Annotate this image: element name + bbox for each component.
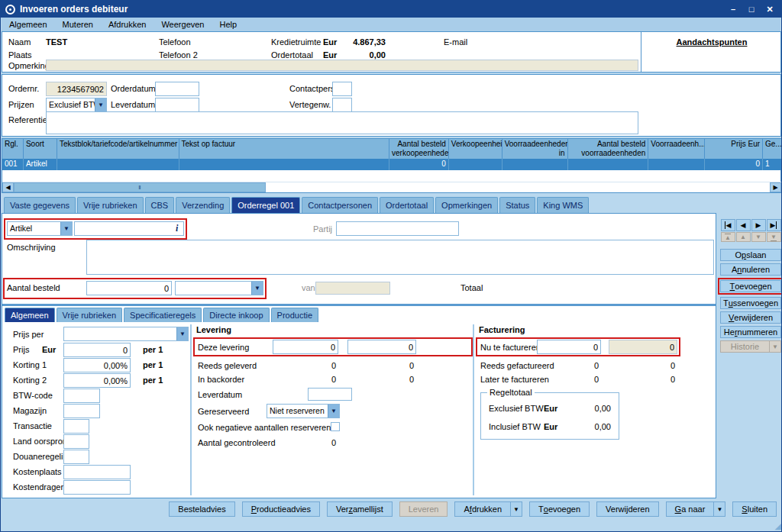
aandachtspunten-link[interactable]: Aandachtspunten (641, 37, 782, 47)
productieadvies-button[interactable]: Productieadvies (242, 501, 320, 517)
menu-weergeven[interactable]: Weergeven (153, 18, 212, 31)
afdrukken-button[interactable]: Afdrukken (454, 501, 511, 517)
nav-last-icon: ▶ (771, 221, 777, 229)
menu-afdrukken[interactable]: Afdrukken (101, 18, 154, 31)
korting1-input[interactable] (63, 358, 131, 372)
omschrijving-field[interactable] (86, 240, 714, 275)
minimize-icon[interactable]: – (726, 5, 740, 14)
tab-status[interactable]: Status (499, 197, 535, 213)
land-oorsprong-input[interactable] (63, 434, 89, 449)
leverdatum-label: Leverdatum (111, 100, 155, 110)
contactpers-field[interactable] (332, 82, 352, 96)
reeds-gefactureerd-value-1: 0 (537, 361, 599, 371)
kostenplaats-input[interactable] (63, 465, 131, 479)
menu-muteren[interactable]: Muteren (55, 18, 101, 31)
transactie-input[interactable] (63, 419, 89, 434)
prijs-per-select[interactable]: ▼ (63, 327, 189, 341)
subtab-vrije-rubrieken[interactable]: Vrije rubrieken (57, 308, 123, 322)
tab-orderregel-001[interactable]: Orderregel 001 (231, 197, 300, 213)
nu-te-factureren-input-1[interactable] (537, 340, 601, 354)
grid-hscrollbar[interactable]: ◀ ‖ ▶ (2, 182, 781, 192)
opslaan-button[interactable]: Opslaan (720, 249, 781, 261)
prijs-per-label: Prijs per (13, 330, 44, 340)
menu-algemeen[interactable]: Algemeen (2, 18, 55, 31)
maximize-icon[interactable]: □ (745, 5, 758, 14)
levering-leverdatum-field[interactable] (308, 388, 352, 401)
btw-code-input[interactable] (63, 389, 100, 403)
grid-selected-row[interactable]: 001 Artikel 0 0 1 (2, 159, 781, 170)
subtab-productie[interactable]: Productie (271, 308, 318, 322)
scroll-left-icon[interactable]: ◀ (2, 182, 14, 192)
subtab-algemeen[interactable]: Algemeen (5, 308, 55, 322)
douaneregeling-input[interactable] (63, 450, 89, 464)
ga-naar-button[interactable]: Ga naar (666, 501, 715, 517)
tab-vrije-rubrieken[interactable]: Vrije rubrieken (77, 197, 144, 213)
scrollbar-track[interactable] (266, 182, 770, 192)
transactie-label: Transactie (13, 421, 52, 431)
tab-verzending[interactable]: Verzending (176, 197, 230, 213)
app-icon (5, 5, 15, 15)
next-record-button[interactable]: ▶ (751, 219, 766, 231)
afdrukken-dropdown-icon[interactable]: ▼ (510, 501, 522, 517)
vertegenw-field[interactable] (332, 98, 352, 112)
artikel-input[interactable] (74, 221, 184, 236)
facturering-title: Facturering (479, 325, 525, 335)
besteladvies-button[interactable]: Besteladvies (169, 501, 234, 517)
grid-header-row: Rgl. Soort Tekstblok/tariefcode/artikeln… (2, 139, 781, 159)
tab-contactpersonen[interactable]: Contactpersonen (302, 197, 378, 213)
gereserveerd-select[interactable]: Niet reserveren ▼ (267, 404, 340, 418)
negatieve-aantallen-checkbox[interactable] (331, 422, 340, 431)
move-buttons: ▲ ▲ ▼ ▼ (721, 232, 781, 242)
verwijderen-button[interactable]: Verwijderen (720, 311, 781, 324)
title-bar: Invoeren orders debiteur – □ ✕ (1, 1, 781, 18)
aantal-besteld-input[interactable] (86, 281, 172, 295)
prijzen-select[interactable]: Exclusief BTW ▼ (46, 98, 107, 112)
tab-ordertotaal[interactable]: Ordertotaal (380, 197, 434, 213)
magazijn-input[interactable] (63, 404, 100, 418)
hernummeren-button[interactable]: Hernummeren (720, 326, 781, 338)
annuleren-button[interactable]: Annuleren (720, 263, 781, 276)
tussenvoegen-button[interactable]: Tussenvoegen (720, 297, 781, 309)
partij-field[interactable] (336, 221, 459, 236)
leverdatum-field[interactable] (155, 98, 199, 112)
cell-rgl: 001 (2, 159, 24, 170)
reeds-geleverd-value-2: 0 (347, 361, 414, 371)
resize-grip-icon[interactable]: ◢ (775, 521, 781, 531)
korting2-input[interactable] (63, 373, 131, 388)
tab-cbs[interactable]: CBS (145, 197, 175, 213)
record-nav-buttons: ◀ ◀ ▶ ▶ (721, 219, 781, 231)
subtab-directe-inkoop[interactable]: Directe inkoop (203, 308, 269, 322)
eenheid-select[interactable]: ▼ (175, 281, 263, 295)
previous-record-button[interactable]: ◀ (736, 219, 751, 231)
deze-levering-input-2[interactable] (347, 340, 416, 354)
cell-voorraadeenheden (502, 159, 568, 170)
deze-levering-input-1[interactable] (273, 340, 338, 354)
orderdatum-field[interactable] (155, 82, 199, 96)
nav-prev-icon: ◀ (741, 221, 746, 229)
sluiten-button[interactable]: Sluiten (732, 501, 777, 517)
last-record-button[interactable]: ▶ (767, 219, 781, 231)
aantal-besteld-label: Aantal besteld (7, 283, 60, 293)
tab-opmerkingen[interactable]: Opmerkingen (435, 197, 498, 213)
tab-vaste-gegevens[interactable]: Vaste gegevens (4, 197, 76, 213)
ga-naar-dropdown-icon[interactable]: ▼ (713, 501, 725, 517)
korting1-label: Korting 1 (13, 360, 47, 370)
tab-king-wms[interactable]: King WMS (537, 197, 589, 213)
subtab-specificatieregels[interactable]: Specificatieregels (124, 308, 202, 322)
toevoegen-button[interactable]: Toevoegen (720, 280, 781, 292)
verwijderen-bottom-button[interactable]: Verwijderen (596, 501, 659, 517)
close-icon[interactable]: ✕ (763, 5, 777, 15)
prijs-input[interactable] (63, 343, 131, 357)
soort-select[interactable]: Artikel ▼ (7, 221, 73, 236)
referentie-field[interactable] (46, 111, 638, 134)
kostendrager-input[interactable] (63, 480, 131, 495)
scroll-right-icon[interactable]: ▶ (770, 182, 781, 192)
orderdatum-label: Orderdatum (111, 84, 156, 94)
column-divider-1 (190, 324, 192, 495)
scrollbar-thumb[interactable]: ‖ (14, 182, 266, 192)
menu-help[interactable]: Help (212, 18, 245, 31)
verzamellijst-button[interactable]: Verzamellijst (327, 501, 393, 517)
info-icon[interactable]: i (176, 223, 178, 234)
first-record-button[interactable]: ◀ (721, 219, 735, 231)
toevoegen-bottom-button[interactable]: Toevoegen (529, 501, 590, 517)
